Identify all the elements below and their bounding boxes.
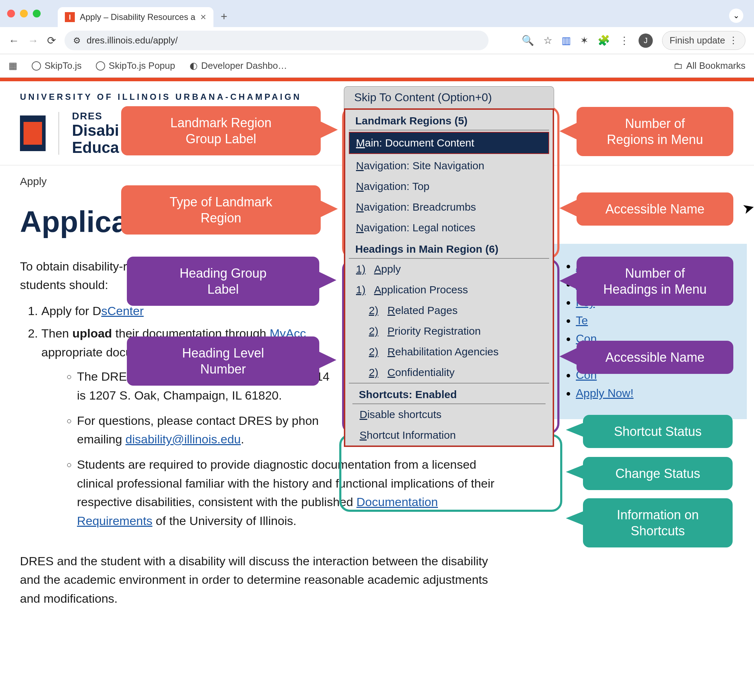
- pointer-icon: [320, 121, 338, 138]
- skipto-button[interactable]: Skip To Content (Option+0): [344, 86, 554, 108]
- tab-overflow-button[interactable]: ⌄: [729, 9, 743, 23]
- callout-type-landmark: Type of Landmark Region: [121, 185, 321, 234]
- url-text: dres.illinois.edu/apply/: [87, 35, 178, 46]
- skipto-heading-item[interactable]: 1) Application Process: [350, 280, 548, 300]
- window-controls: [7, 9, 41, 17]
- pointer-icon: [320, 200, 338, 217]
- illinois-logo-icon[interactable]: [20, 116, 45, 151]
- pointer-icon: [566, 465, 584, 479]
- skipto-heading-item[interactable]: 1) Apply: [350, 259, 548, 280]
- back-button[interactable]: ←: [9, 34, 19, 47]
- shortcuts-group-label: Shortcuts: Enabled: [353, 383, 546, 404]
- link[interactable]: sCenter: [101, 304, 144, 317]
- maximize-window-button[interactable]: [33, 9, 41, 17]
- address-bar[interactable]: ⚙ dres.illinois.edu/apply/: [64, 31, 489, 50]
- globe-icon: [96, 61, 105, 70]
- bookmark-item[interactable]: SkipTo.js: [32, 60, 81, 71]
- shortcut-info-item[interactable]: Shortcut Information: [353, 425, 545, 445]
- callout-heading-level: Heading Level Number: [127, 336, 319, 386]
- menu-kebab-icon[interactable]: ⋮: [619, 34, 629, 46]
- pointer-icon: [559, 123, 577, 140]
- close-window-button[interactable]: [7, 9, 15, 17]
- forward-button[interactable]: →: [28, 34, 39, 47]
- tab-strip: I Apply – Disability Resources a × + ⌄: [0, 0, 754, 27]
- callout-heading-group: Heading Group Label: [127, 256, 319, 306]
- sidebar-link[interactable]: Te: [576, 314, 588, 327]
- bookmark-item[interactable]: ◐Developer Dashbo…: [190, 60, 287, 71]
- dres-subtitle-2: Educa: [72, 139, 119, 156]
- reload-button[interactable]: ⟳: [47, 34, 56, 47]
- reader-icon[interactable]: ▥: [562, 34, 571, 46]
- profile-avatar[interactable]: J: [638, 33, 653, 48]
- skipto-landmark-item[interactable]: Navigation: Breadcrumbs: [350, 197, 548, 217]
- university-name: UNIVERSITY OF ILLINOIS URBANA-CHAMPAIGN: [20, 92, 301, 102]
- favicon-illinois-icon: I: [65, 12, 75, 22]
- folder-icon: 🗀: [673, 60, 683, 71]
- callout-accessible-name-2: Accessible Name: [576, 341, 733, 374]
- browser-chrome: I Apply – Disability Resources a × + ⌄ ←…: [0, 0, 754, 78]
- paragraph: DRES and the student with a disability w…: [20, 552, 498, 608]
- skipto-landmark-item[interactable]: Navigation: Site Navigation: [350, 155, 548, 176]
- bookmarks-bar: ▦ SkipTo.js SkipTo.js Popup ◐Developer D…: [0, 54, 754, 78]
- finish-update-button[interactable]: Finish update⋮: [662, 31, 745, 50]
- callout-num-regions: Number of Regions in Menu: [576, 107, 733, 156]
- dres-subtitle-1: Disabi: [72, 122, 119, 139]
- toolbar: ← → ⟳ ⚙ dres.illinois.edu/apply/ 🔍 ☆ ▥ ✶…: [0, 27, 754, 54]
- skipto-heading-item[interactable]: 2) Priority Registration: [350, 321, 548, 341]
- skipto-heading-item[interactable]: 2) Confidentiality: [350, 362, 548, 383]
- skipto-landmark-item[interactable]: Main: Document Content: [349, 132, 549, 154]
- skipto-landmark-item[interactable]: Navigation: Top: [350, 176, 548, 197]
- bookmark-item[interactable]: SkipTo.js Popup: [96, 60, 175, 71]
- callout-num-headings: Number of Headings in Menu: [576, 256, 733, 306]
- pointer-icon: [559, 348, 577, 365]
- divider: [58, 112, 59, 155]
- headings-group-label: Headings in Main Region (6): [349, 238, 549, 259]
- email-link[interactable]: disability@illinois.edu: [125, 432, 241, 446]
- accent-bar: [0, 78, 754, 81]
- landmarks-group-label: Landmark Regions (5): [349, 110, 549, 130]
- pointer-icon: [566, 423, 584, 437]
- sidebar-link[interactable]: Apply Now!: [576, 387, 634, 400]
- pointer-icon: [318, 352, 336, 369]
- globe-icon: [32, 61, 41, 70]
- pointer-icon: [566, 511, 584, 525]
- disable-shortcuts-item[interactable]: Disable shortcuts: [353, 404, 545, 425]
- callout-info-shortcuts: Information on Shortcuts: [583, 498, 733, 547]
- apps-grid-icon[interactable]: ▦: [9, 60, 17, 71]
- list-item: Students are required to provide diagnos…: [77, 455, 498, 530]
- browser-tab[interactable]: I Apply – Disability Resources a ×: [58, 7, 214, 27]
- all-bookmarks-button[interactable]: 🗀All Bookmarks: [673, 60, 745, 71]
- callout-landmark-group: Landmark Region Group Label: [121, 106, 321, 155]
- pointer-icon: [318, 272, 336, 289]
- pointer-icon: [559, 272, 577, 289]
- minimize-window-button[interactable]: [20, 9, 28, 17]
- site-settings-icon[interactable]: ⚙: [73, 36, 81, 45]
- close-tab-button[interactable]: ×: [200, 11, 206, 23]
- dres-label: DRES: [72, 111, 119, 122]
- pointer-icon: [559, 200, 577, 217]
- skipto-menu-container: Skip To Content (Option+0) Landmark Regi…: [344, 86, 554, 447]
- skipto-heading-item[interactable]: 2) Related Pages: [350, 300, 548, 321]
- new-tab-button[interactable]: +: [216, 9, 232, 24]
- callout-change-status: Change Status: [583, 457, 733, 490]
- callout-accessible-name-1: Accessible Name: [576, 192, 733, 226]
- extension-a-icon[interactable]: ✶: [580, 34, 588, 46]
- callout-shortcut-status: Shortcut Status: [583, 415, 733, 448]
- zoom-icon[interactable]: 🔍: [522, 34, 534, 46]
- extensions-icon[interactable]: 🧩: [598, 34, 610, 46]
- skipto-heading-item[interactable]: 2) Rehabilitation Agencies: [350, 341, 548, 362]
- skipto-landmark-item[interactable]: Navigation: Legal notices: [350, 217, 548, 238]
- bookmark-star-icon[interactable]: ☆: [543, 34, 552, 46]
- skipto-menu: Landmark Regions (5) Main: Document Cont…: [344, 108, 554, 447]
- tab-title: Apply – Disability Resources a: [80, 12, 195, 22]
- chrome-icon: ◐: [190, 60, 198, 71]
